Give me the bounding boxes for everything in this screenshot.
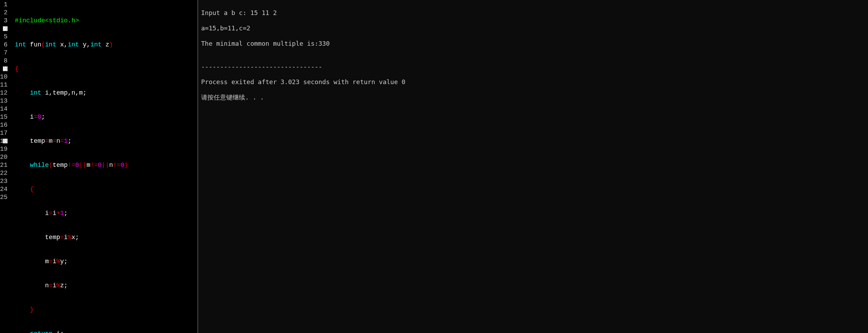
- console-output-pane[interactable]: Input a b c: 15 11 2 a=15,b=11,c=2 The m…: [198, 0, 868, 333]
- gutter: 1234567891011121314151617181920212223242…: [0, 0, 10, 333]
- line-number[interactable]: 4: [0, 25, 8, 33]
- code-line: int i,temp,n,m;: [15, 89, 207, 97]
- line-number[interactable]: 1: [0, 1, 8, 9]
- code-line: {: [15, 65, 207, 73]
- code-line: #include<stdio.h>: [15, 17, 207, 25]
- line-number[interactable]: 14: [0, 105, 8, 113]
- line-number[interactable]: 22: [0, 169, 8, 177]
- console-line: Input a b c: 15 11 2: [201, 9, 865, 17]
- code-line: i=i+1;: [15, 209, 207, 217]
- line-number[interactable]: 20: [0, 153, 8, 161]
- line-number[interactable]: 17: [0, 129, 8, 137]
- console-line: a=15,b=11,c=2: [201, 24, 865, 32]
- line-number[interactable]: 3: [0, 17, 8, 25]
- line-number[interactable]: 16: [0, 121, 8, 129]
- line-number[interactable]: 24: [0, 185, 8, 193]
- console-line: 请按任意键继续. . .: [201, 94, 865, 101]
- line-number[interactable]: 23: [0, 177, 8, 185]
- code-area[interactable]: #include<stdio.h> int fun(int x,int y,in…: [10, 0, 207, 333]
- line-number[interactable]: 21: [0, 161, 8, 169]
- code-line: m=i%y;: [15, 258, 207, 266]
- line-number[interactable]: 25: [0, 193, 8, 201]
- line-number[interactable]: 2: [0, 9, 8, 17]
- code-line: {: [15, 185, 207, 193]
- line-number[interactable]: 10: [0, 73, 8, 81]
- line-number[interactable]: 11: [0, 81, 8, 89]
- line-number[interactable]: 13: [0, 97, 8, 105]
- line-number[interactable]: 5: [0, 33, 8, 41]
- line-number[interactable]: 15: [0, 113, 8, 121]
- console-line: The minimal common multiple is:330: [201, 40, 865, 47]
- line-number[interactable]: 19: [0, 145, 8, 153]
- line-number[interactable]: 12: [0, 89, 8, 97]
- line-number[interactable]: 9: [0, 65, 8, 73]
- code-line: }: [15, 306, 207, 314]
- console-line: Process exited after 3.023 seconds with …: [201, 78, 865, 86]
- code-line: n=i%z;: [15, 282, 207, 290]
- line-number[interactable]: 7: [0, 49, 8, 57]
- console-line: --------------------------------: [201, 63, 865, 71]
- code-line: i=0;: [15, 113, 207, 121]
- line-number[interactable]: 6: [0, 41, 8, 49]
- code-editor-pane[interactable]: 1234567891011121314151617181920212223242…: [0, 0, 197, 333]
- code-line: while(temp!=0||m!=0||n!=0): [15, 161, 207, 169]
- line-number[interactable]: 18: [0, 137, 8, 145]
- code-line: temp=i%x;: [15, 234, 207, 242]
- code-line: int fun(int x,int y,int z): [15, 41, 207, 49]
- line-number[interactable]: 8: [0, 57, 8, 65]
- code-line: temp=m=n=1;: [15, 137, 207, 145]
- code-line: return i;: [15, 330, 207, 333]
